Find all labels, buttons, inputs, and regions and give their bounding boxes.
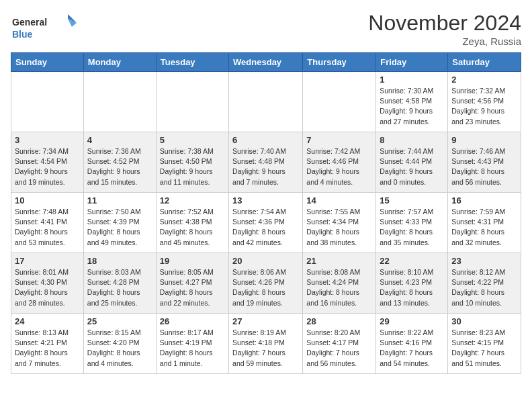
day-number: 21 <box>306 256 372 266</box>
weekday-header-row: SundayMondayTuesdayWednesdayThursdayFrid… <box>11 53 521 72</box>
day-number: 7 <box>306 135 372 145</box>
day-number: 24 <box>15 316 80 326</box>
calendar-cell: 7Sunrise: 7:42 AM Sunset: 4:46 PM Daylig… <box>303 132 376 193</box>
weekday-header-thursday: Thursday <box>303 53 376 72</box>
day-info: Sunrise: 8:19 AM Sunset: 4:18 PM Dayligh… <box>232 328 299 369</box>
calendar-cell: 18Sunrise: 8:03 AM Sunset: 4:28 PM Dayli… <box>83 253 156 314</box>
day-info: Sunrise: 7:40 AM Sunset: 4:48 PM Dayligh… <box>232 146 299 187</box>
calendar-cell: 26Sunrise: 8:17 AM Sunset: 4:19 PM Dayli… <box>156 314 228 374</box>
calendar-cell: 23Sunrise: 8:12 AM Sunset: 4:22 PM Dayli… <box>448 253 521 314</box>
day-info: Sunrise: 7:44 AM Sunset: 4:44 PM Dayligh… <box>380 146 444 187</box>
calendar-cell: 20Sunrise: 8:06 AM Sunset: 4:26 PM Dayli… <box>229 253 303 314</box>
day-info: Sunrise: 8:06 AM Sunset: 4:26 PM Dayligh… <box>232 267 299 308</box>
day-number: 25 <box>87 316 152 326</box>
day-info: Sunrise: 8:12 AM Sunset: 4:22 PM Dayligh… <box>451 267 517 308</box>
day-number: 5 <box>160 135 225 145</box>
calendar-table: SundayMondayTuesdayWednesdayThursdayFrid… <box>11 52 521 374</box>
calendar-cell: 28Sunrise: 8:20 AM Sunset: 4:17 PM Dayli… <box>303 314 376 374</box>
day-number: 11 <box>87 195 152 205</box>
calendar-cell <box>156 72 228 132</box>
day-info: Sunrise: 7:50 AM Sunset: 4:39 PM Dayligh… <box>87 207 152 248</box>
day-info: Sunrise: 7:34 AM Sunset: 4:54 PM Dayligh… <box>15 146 80 187</box>
calendar-cell: 30Sunrise: 8:23 AM Sunset: 4:15 PM Dayli… <box>448 314 521 374</box>
calendar-cell: 17Sunrise: 8:01 AM Sunset: 4:30 PM Dayli… <box>11 253 84 314</box>
day-info: Sunrise: 8:10 AM Sunset: 4:23 PM Dayligh… <box>380 267 444 308</box>
calendar-week-1: 1Sunrise: 7:30 AM Sunset: 4:58 PM Daylig… <box>11 72 521 132</box>
day-number: 13 <box>232 195 299 205</box>
day-info: Sunrise: 7:57 AM Sunset: 4:33 PM Dayligh… <box>380 207 444 248</box>
calendar-week-5: 24Sunrise: 8:13 AM Sunset: 4:21 PM Dayli… <box>11 314 521 374</box>
calendar-cell: 25Sunrise: 8:15 AM Sunset: 4:20 PM Dayli… <box>83 314 156 374</box>
calendar-cell: 1Sunrise: 7:30 AM Sunset: 4:58 PM Daylig… <box>376 72 448 132</box>
day-info: Sunrise: 7:48 AM Sunset: 4:41 PM Dayligh… <box>15 207 80 248</box>
day-info: Sunrise: 7:38 AM Sunset: 4:50 PM Dayligh… <box>160 146 225 187</box>
day-info: Sunrise: 7:54 AM Sunset: 4:36 PM Dayligh… <box>232 207 299 248</box>
day-info: Sunrise: 8:03 AM Sunset: 4:28 PM Dayligh… <box>87 267 152 308</box>
day-number: 10 <box>15 195 80 205</box>
calendar-cell: 14Sunrise: 7:55 AM Sunset: 4:34 PM Dayli… <box>303 193 376 253</box>
day-number: 26 <box>160 316 225 326</box>
day-info: Sunrise: 7:55 AM Sunset: 4:34 PM Dayligh… <box>306 207 372 248</box>
calendar-cell: 4Sunrise: 7:36 AM Sunset: 4:52 PM Daylig… <box>83 132 156 193</box>
day-info: Sunrise: 7:59 AM Sunset: 4:31 PM Dayligh… <box>451 207 517 248</box>
day-number: 15 <box>380 195 444 205</box>
day-number: 18 <box>87 256 152 266</box>
day-number: 23 <box>451 256 517 266</box>
day-info: Sunrise: 8:22 AM Sunset: 4:16 PM Dayligh… <box>380 328 444 369</box>
day-number: 29 <box>380 316 444 326</box>
day-number: 3 <box>15 135 80 145</box>
weekday-header-saturday: Saturday <box>448 53 521 72</box>
day-number: 1 <box>380 75 444 85</box>
calendar-cell: 2Sunrise: 7:32 AM Sunset: 4:56 PM Daylig… <box>448 72 521 132</box>
calendar-cell: 11Sunrise: 7:50 AM Sunset: 4:39 PM Dayli… <box>83 193 156 253</box>
day-info: Sunrise: 7:42 AM Sunset: 4:46 PM Dayligh… <box>306 146 372 187</box>
calendar-cell: 12Sunrise: 7:52 AM Sunset: 4:38 PM Dayli… <box>156 193 228 253</box>
title-block: November 2024 Zeya, Russia <box>368 11 521 47</box>
day-number: 16 <box>451 195 517 205</box>
day-number: 12 <box>160 195 225 205</box>
calendar-cell: 21Sunrise: 8:08 AM Sunset: 4:24 PM Dayli… <box>303 253 376 314</box>
month-title: November 2024 <box>368 11 521 36</box>
calendar-cell: 29Sunrise: 8:22 AM Sunset: 4:16 PM Dayli… <box>376 314 448 374</box>
calendar-cell: 3Sunrise: 7:34 AM Sunset: 4:54 PM Daylig… <box>11 132 84 193</box>
day-info: Sunrise: 8:15 AM Sunset: 4:20 PM Dayligh… <box>87 328 152 369</box>
day-number: 20 <box>232 256 299 266</box>
day-number: 9 <box>451 135 517 145</box>
day-number: 6 <box>232 135 299 145</box>
day-number: 8 <box>380 135 444 145</box>
day-number: 28 <box>306 316 372 326</box>
calendar-cell: 10Sunrise: 7:48 AM Sunset: 4:41 PM Dayli… <box>11 193 84 253</box>
day-info: Sunrise: 8:17 AM Sunset: 4:19 PM Dayligh… <box>160 328 225 369</box>
calendar-week-2: 3Sunrise: 7:34 AM Sunset: 4:54 PM Daylig… <box>11 132 521 193</box>
day-number: 30 <box>451 316 517 326</box>
weekday-header-sunday: Sunday <box>11 53 84 72</box>
calendar-week-3: 10Sunrise: 7:48 AM Sunset: 4:41 PM Dayli… <box>11 193 521 253</box>
location: Zeya, Russia <box>368 36 521 47</box>
day-number: 14 <box>306 195 372 205</box>
calendar-week-4: 17Sunrise: 8:01 AM Sunset: 4:30 PM Dayli… <box>11 253 521 314</box>
weekday-header-friday: Friday <box>376 53 448 72</box>
calendar-cell: 13Sunrise: 7:54 AM Sunset: 4:36 PM Dayli… <box>229 193 303 253</box>
day-info: Sunrise: 8:13 AM Sunset: 4:21 PM Dayligh… <box>15 328 80 369</box>
day-info: Sunrise: 7:32 AM Sunset: 4:56 PM Dayligh… <box>451 86 517 127</box>
calendar-cell: 16Sunrise: 7:59 AM Sunset: 4:31 PM Dayli… <box>448 193 521 253</box>
weekday-header-tuesday: Tuesday <box>156 53 228 72</box>
day-number: 22 <box>380 256 444 266</box>
calendar-cell <box>83 72 156 132</box>
page-header: General Blue November 2024 Zeya, Russia <box>11 11 521 47</box>
day-number: 2 <box>451 75 517 85</box>
day-info: Sunrise: 7:46 AM Sunset: 4:43 PM Dayligh… <box>451 146 517 187</box>
calendar-cell <box>303 72 376 132</box>
svg-text:General: General <box>12 17 47 28</box>
calendar-cell: 6Sunrise: 7:40 AM Sunset: 4:48 PM Daylig… <box>229 132 303 193</box>
weekday-header-wednesday: Wednesday <box>229 53 303 72</box>
day-number: 4 <box>87 135 152 145</box>
svg-text:Blue: Blue <box>12 29 33 40</box>
day-info: Sunrise: 8:20 AM Sunset: 4:17 PM Dayligh… <box>306 328 372 369</box>
day-info: Sunrise: 7:52 AM Sunset: 4:38 PM Dayligh… <box>160 207 225 248</box>
calendar-cell: 24Sunrise: 8:13 AM Sunset: 4:21 PM Dayli… <box>11 314 84 374</box>
day-info: Sunrise: 8:08 AM Sunset: 4:24 PM Dayligh… <box>306 267 372 308</box>
calendar-cell <box>11 72 84 132</box>
day-number: 17 <box>15 256 80 266</box>
weekday-header-monday: Monday <box>83 53 156 72</box>
